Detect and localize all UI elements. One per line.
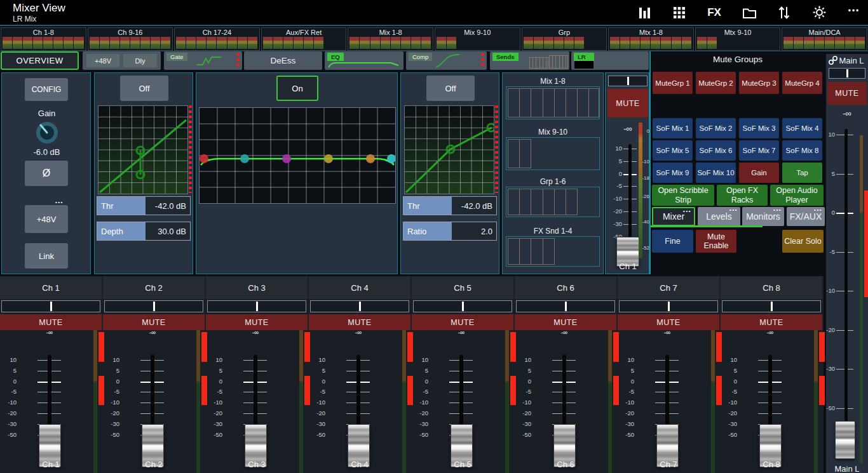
bank-tab-mix-1-8[interactable]: Mix 1-8 [348, 27, 433, 51]
sends-group-meters[interactable] [506, 236, 600, 267]
mixer-grid-icon[interactable] [672, 5, 687, 20]
pan-control[interactable] [1, 300, 100, 312]
tap-button[interactable]: Tap [782, 163, 822, 183]
sof-mix-9-button[interactable]: SoF Mix 9 [653, 163, 693, 183]
pan-control[interactable] [608, 76, 648, 86]
meter-bar [140, 37, 150, 49]
open-scribble-strip-button[interactable]: Open Scribble Strip [652, 185, 714, 206]
mute-group-button-2[interactable]: MuteGrp 2 [696, 72, 736, 94]
sof-mix-4-button[interactable]: SoF Mix 4 [782, 118, 822, 138]
comp-overview-button[interactable]: Comp [406, 51, 487, 70]
tab-mixer[interactable]: Mixer ••• [652, 207, 695, 226]
mute-button[interactable]: MUTE [515, 314, 616, 330]
open-audio-player-button[interactable]: Open Audio Player [770, 185, 824, 206]
sof-mix-1-button[interactable]: SoF Mix 1 [653, 118, 693, 138]
pan-control[interactable] [619, 300, 718, 312]
meters-icon[interactable] [637, 5, 652, 20]
main-pan-control[interactable] [829, 68, 865, 79]
mute-button[interactable]: MUTE [412, 314, 513, 330]
gain-button[interactable]: Gain [739, 163, 779, 183]
overview-button[interactable]: OVERVIEW [1, 51, 79, 70]
fx-icon[interactable]: FX [707, 5, 722, 20]
mute-button[interactable]: MUTE [607, 89, 648, 117]
gain-knob[interactable] [34, 120, 60, 145]
tab-monitors[interactable]: Monitors ••• [742, 207, 784, 226]
sends-group-meters[interactable] [506, 137, 600, 170]
fine-button[interactable]: Fine [652, 230, 693, 253]
sof-mix-3-button[interactable]: SoF Mix 3 [739, 118, 779, 138]
mute-button[interactable]: MUTE [309, 314, 410, 330]
folder-icon[interactable] [742, 5, 757, 20]
main-fader-track[interactable] [844, 129, 848, 426]
pan-control[interactable] [207, 300, 306, 312]
routing-updown-icon[interactable] [776, 5, 792, 20]
tab-fx-aux[interactable]: FX/AUX ••• [787, 207, 825, 226]
comp-state-button[interactable]: Off [426, 76, 475, 101]
sof-mix-6-button[interactable]: SoF Mix 6 [696, 140, 736, 161]
mute-button[interactable]: MUTE [0, 314, 102, 330]
mute-group-button-3[interactable]: MuteGrp 3 [739, 72, 779, 94]
mute-button[interactable]: MUTE [206, 314, 308, 330]
sends-panel[interactable]: Mix 1-8 Mix 9-10 Grp 1-6 FX Snd 1-4 [502, 72, 604, 274]
gate-overview-button[interactable]: Gate [164, 51, 242, 70]
eq-state-button[interactable]: On [276, 76, 318, 101]
mute-enable-button[interactable]: Mute Enable [696, 230, 736, 253]
open-fx-racks-button[interactable]: Open FX Racks [717, 185, 768, 206]
pan-control[interactable] [104, 300, 203, 312]
pan-control[interactable] [310, 300, 409, 312]
gate-depth-field[interactable]: Depth 30.0 dB [97, 222, 191, 241]
tab-levels[interactable]: Levels ••• [698, 207, 740, 226]
phantom-48v-button[interactable]: +48V [86, 54, 119, 67]
bank-tab-mtx-9-10[interactable]: Mtx 9-10 [695, 27, 781, 51]
sends-overview-button[interactable]: Sends [490, 51, 569, 70]
comp-ratio-field[interactable]: Ratio 2.0 [403, 222, 497, 241]
bank-tab-ch-9-16[interactable]: Ch 9-16 [88, 27, 173, 51]
mute-button[interactable]: MUTE [103, 314, 205, 330]
link-button[interactable]: Link [25, 243, 68, 269]
delay-button[interactable]: Dly [123, 54, 157, 67]
main-fader-handle[interactable] [835, 421, 855, 459]
bank-tab-ch-1-8[interactable]: Ch 1-8 [1, 27, 86, 51]
more-icon[interactable]: ••• [846, 3, 862, 22]
sof-mix-8-button[interactable]: SoF Mix 8 [782, 140, 822, 161]
clear-solo-button[interactable]: Clear Solo [782, 230, 824, 253]
bank-tab-main-dca[interactable]: Main/DCA [782, 27, 867, 51]
mute-group-button-4[interactable]: MuteGrp 4 [782, 72, 822, 94]
main-mute-button[interactable]: MUTE [827, 82, 867, 105]
eq-panel[interactable]: On [196, 72, 398, 274]
sof-mix-5-button[interactable]: SoF Mix 5 [653, 140, 693, 161]
sof-mix-10-button[interactable]: SoF Mix 10 [696, 163, 736, 183]
pan-control[interactable] [516, 300, 615, 312]
bank-tab-aux-fx-ret[interactable]: Aux/FX Ret [261, 27, 347, 51]
gate-reduction-meter [189, 105, 192, 193]
lr-overview-button[interactable]: LR [571, 51, 649, 70]
settings-gear-icon[interactable] [811, 5, 827, 20]
mute-group-button-1[interactable]: MuteGrp 1 [653, 72, 693, 94]
deess-overview-button[interactable]: DeEss [244, 51, 322, 70]
bank-tab-mtx-1-8[interactable]: Mtx 1-8 [608, 27, 694, 51]
sof-mix-2-button[interactable]: SoF Mix 2 [696, 118, 736, 138]
pan-indicator [359, 302, 361, 311]
config-button[interactable]: CONFIG [25, 78, 68, 101]
gate-panel[interactable]: Off Thr -42.0 dB Depth 30.0 dB [94, 72, 193, 274]
bank-tab-grp[interactable]: Grp [522, 27, 607, 51]
sends-group-meters[interactable] [506, 86, 600, 119]
comp-panel[interactable]: Off Thr -42.0 dB Ratio 2.0 [400, 72, 499, 274]
gate-threshold-field[interactable]: Thr -42.0 dB [97, 196, 191, 215]
mute-button[interactable]: MUTE [618, 314, 719, 330]
gain-value: -6.0 dB [2, 147, 92, 157]
bank-tab-mix-9-10[interactable]: Mix 9-10 [435, 27, 520, 51]
phantom-48v-main-button[interactable]: +48V [25, 205, 68, 233]
pan-control[interactable] [722, 300, 821, 312]
gate-state-button[interactable]: Off [120, 76, 168, 101]
mute-button[interactable]: MUTE [721, 314, 822, 330]
sends-group-meters[interactable] [506, 187, 600, 217]
phase-button[interactable]: Ø [25, 161, 68, 186]
sof-mix-7-button[interactable]: SoF Mix 7 [739, 140, 779, 161]
comp-threshold-field[interactable]: Thr -42.0 dB [403, 196, 497, 215]
pan-control[interactable] [413, 300, 512, 312]
scale-label: -30 [618, 420, 634, 427]
scale-label: -5 [412, 388, 428, 395]
eq-overview-button[interactable]: EQ [325, 51, 403, 70]
bank-tab-ch-17-24[interactable]: Ch 17-24 [174, 27, 260, 51]
